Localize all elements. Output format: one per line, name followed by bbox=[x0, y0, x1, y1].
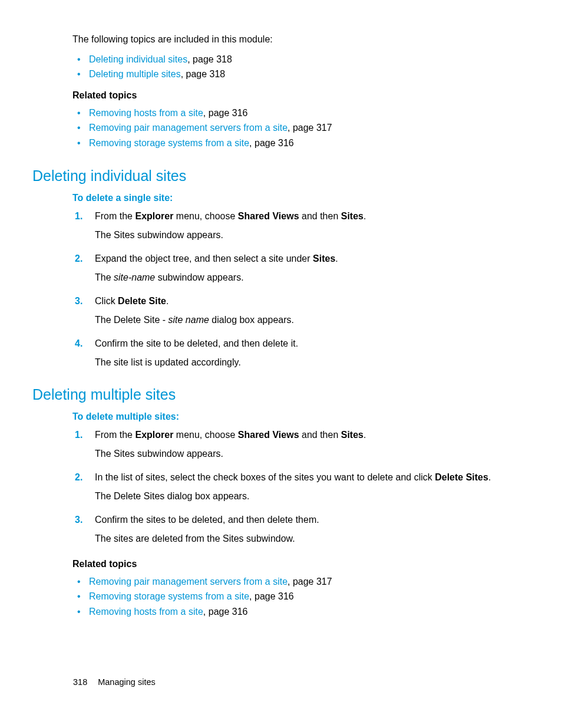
page-number: 318 bbox=[73, 677, 87, 687]
related-topics-list: Removing pair management servers from a … bbox=[72, 574, 527, 620]
related-topics-heading: Related topics bbox=[72, 559, 527, 569]
list-item: Deleting individual sites, page 318 bbox=[89, 52, 527, 67]
related-suffix: , page 317 bbox=[287, 123, 332, 133]
step-note: The site list is updated accordingly. bbox=[95, 355, 527, 370]
topic-suffix: , page 318 bbox=[187, 54, 232, 64]
steps-list: From the Explorer menu, choose Shared Vi… bbox=[72, 209, 527, 370]
step-item: Expand the object tree, and then select … bbox=[89, 252, 527, 285]
step-note: The Delete Site - site name dialog box a… bbox=[95, 313, 527, 327]
section2-body: To delete multiple sites: From the Explo… bbox=[72, 411, 527, 620]
step-main: Click Delete Site. bbox=[95, 294, 527, 308]
intro-block: The following topics are included in thi… bbox=[72, 33, 527, 151]
related-link[interactable]: Removing pair management servers from a … bbox=[89, 577, 287, 587]
related-suffix: , page 317 bbox=[287, 577, 332, 587]
step-main: Confirm the site to be deleted, and then… bbox=[95, 337, 527, 351]
intro-lead: The following topics are included in thi… bbox=[72, 33, 527, 46]
related-link[interactable]: Removing storage systems from a site bbox=[89, 591, 249, 601]
related-link[interactable]: Removing hosts from a site bbox=[89, 108, 203, 118]
related-topics-heading: Related topics bbox=[72, 90, 527, 101]
list-item: Removing hosts from a site, page 316 bbox=[89, 604, 527, 620]
step-note: The sites are deleted from the Sites sub… bbox=[95, 532, 527, 546]
step-main: From the Explorer menu, choose Shared Vi… bbox=[95, 209, 527, 223]
step-note: The Sites subwindow appears. bbox=[95, 447, 527, 461]
related-suffix: , page 316 bbox=[249, 138, 294, 148]
section-heading-deleting-multiple: Deleting multiple sites bbox=[32, 386, 527, 403]
procedure-heading: To delete a single site: bbox=[72, 193, 527, 203]
step-item: Click Delete Site. The Delete Site - sit… bbox=[89, 294, 527, 327]
section1-body: To delete a single site: From the Explor… bbox=[72, 193, 527, 370]
module-topics-list: Deleting individual sites, page 318 Dele… bbox=[72, 52, 527, 82]
step-main: Expand the object tree, and then select … bbox=[95, 252, 527, 266]
step-main: From the Explorer menu, choose Shared Vi… bbox=[95, 428, 527, 442]
step-main: In the list of sites, select the check b… bbox=[95, 470, 527, 485]
step-main: Confirm the sites to be deleted, and the… bbox=[95, 513, 527, 527]
step-note: The Delete Sites dialog box appears. bbox=[95, 489, 527, 503]
list-item: Deleting multiple sites, page 318 bbox=[89, 67, 527, 82]
list-item: Removing hosts from a site, page 316 bbox=[89, 106, 527, 121]
step-note: The Sites subwindow appears. bbox=[95, 228, 527, 242]
list-item: Removing storage systems from a site, pa… bbox=[89, 589, 527, 604]
related-suffix: , page 316 bbox=[203, 108, 248, 118]
footer-section: Managing sites bbox=[98, 677, 156, 687]
section-heading-deleting-individual: Deleting individual sites bbox=[32, 167, 527, 185]
procedure-heading: To delete multiple sites: bbox=[72, 411, 527, 422]
step-item: From the Explorer menu, choose Shared Vi… bbox=[89, 209, 527, 242]
topic-link[interactable]: Deleting individual sites bbox=[89, 54, 187, 64]
related-link[interactable]: Removing hosts from a site bbox=[89, 607, 203, 617]
related-topics-list: Removing hosts from a site, page 316 Rem… bbox=[72, 106, 527, 151]
list-item: Removing storage systems from a site, pa… bbox=[89, 136, 527, 151]
related-link[interactable]: Removing pair management servers from a … bbox=[89, 123, 287, 133]
step-note: The site-name subwindow appears. bbox=[95, 271, 527, 285]
page-footer: 318Managing sites bbox=[73, 677, 156, 687]
step-item: In the list of sites, select the check b… bbox=[89, 470, 527, 503]
list-item: Removing pair management servers from a … bbox=[89, 120, 527, 136]
related-suffix: , page 316 bbox=[249, 591, 294, 601]
topic-link[interactable]: Deleting multiple sites bbox=[89, 69, 181, 79]
list-item: Removing pair management servers from a … bbox=[89, 574, 527, 589]
step-item: Confirm the site to be deleted, and then… bbox=[89, 337, 527, 370]
steps-list: From the Explorer menu, choose Shared Vi… bbox=[72, 428, 527, 546]
related-link[interactable]: Removing storage systems from a site bbox=[89, 138, 249, 148]
step-item: Confirm the sites to be deleted, and the… bbox=[89, 513, 527, 546]
topic-suffix: , page 318 bbox=[181, 69, 226, 79]
related-suffix: , page 316 bbox=[203, 607, 248, 617]
step-item: From the Explorer menu, choose Shared Vi… bbox=[89, 428, 527, 461]
